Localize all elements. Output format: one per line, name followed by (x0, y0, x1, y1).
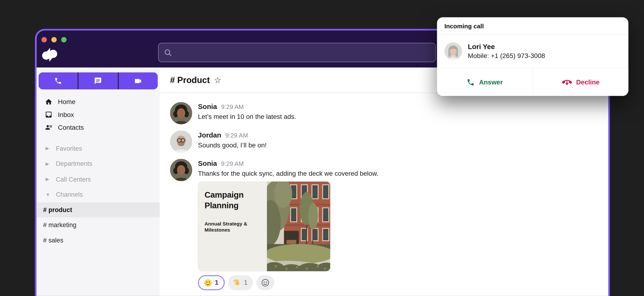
message-text: Let’s meet in 10 on the latest ads. (198, 113, 296, 120)
channel-label: # product (43, 206, 72, 213)
reaction-waving-hand[interactable]: 1 (228, 275, 253, 290)
deck-subtitle: Annual Strategy & Milestones (204, 221, 260, 233)
section-departments[interactable]: ▶ Departments (36, 156, 160, 172)
search-icon (164, 48, 172, 57)
section-favorites[interactable]: ▶ Favorites (36, 141, 160, 156)
chevron-right-icon: ▶ (46, 146, 50, 151)
chat-button[interactable] (78, 72, 118, 89)
message-timestamp: 9:29 AM (225, 132, 248, 139)
message-timestamp: 9:29 AM (221, 103, 244, 110)
section-label: Channels (56, 191, 82, 198)
phone-icon (54, 77, 62, 85)
section-label: Favorites (56, 145, 82, 152)
caller-number: Mobile: +1 (265) 973-3008 (468, 52, 545, 60)
window-controls (42, 37, 66, 43)
message-body: Sonia 9:29 AM Thanks for the quick sync,… (198, 159, 378, 290)
waving-hand-emoji (233, 279, 241, 286)
grinning-face-emoji (204, 279, 212, 286)
screenshot-root: Home Inbox Contacts ▶ Favorites (0, 0, 644, 296)
chevron-right-icon: ▶ (46, 161, 50, 167)
channel-label: # sales (43, 236, 63, 244)
sidebar-item-home[interactable]: Home (36, 95, 160, 108)
section-channels[interactable]: ▼ Channels (36, 187, 160, 202)
reaction-count: 1 (215, 279, 219, 286)
channel-view: # Product ☆ Sonia 9:29 AM (160, 67, 608, 296)
message-author: Sonia (198, 160, 217, 168)
quick-action-group (38, 72, 158, 89)
channel-list: # product # marketing # sales (36, 202, 160, 248)
message-text: Thanks for the quick sync, adding the de… (198, 170, 378, 177)
chevron-down-icon: ▼ (46, 192, 50, 197)
answer-button[interactable]: Answer (437, 68, 533, 96)
message-author: Sonia (198, 103, 217, 111)
video-camera-icon (134, 77, 142, 85)
global-search-input[interactable] (176, 48, 430, 57)
add-reaction-smiley-icon (261, 278, 269, 287)
message-row: Jordan 9:29 AM Sounds good, I’ll be on! (170, 130, 598, 153)
message-text: Sounds good, I’ll be on! (198, 141, 267, 149)
phone-button[interactable] (38, 72, 78, 89)
section-label: Departments (56, 160, 92, 168)
deck-title: Campaign Planning (204, 189, 260, 211)
section-label: Call Centers (56, 176, 91, 183)
message-author: Jordan (198, 131, 221, 140)
message-body: Sonia 9:29 AM Let’s meet in 10 on the la… (198, 102, 296, 124)
favorite-star-icon[interactable]: ☆ (214, 75, 221, 85)
close-window-button[interactable] (42, 37, 47, 43)
caller-details: Lori Yee Mobile: +1 (265) 973-3008 (468, 43, 545, 60)
channel-item-marketing[interactable]: # marketing (36, 217, 160, 233)
home-icon (45, 98, 52, 106)
sidebar: Home Inbox Contacts ▶ Favorites (36, 67, 160, 296)
dialpad-logo-icon (42, 47, 58, 63)
incoming-call-popup: Incoming call Lori Yee Mobile: +1 (265) … (437, 17, 628, 96)
avatar-sonia (170, 102, 192, 124)
inbox-icon (45, 111, 52, 118)
deck-cover-photo (267, 182, 330, 271)
sidebar-item-inbox[interactable]: Inbox (36, 108, 160, 121)
answer-label: Answer (479, 78, 503, 86)
reaction-bar: 1 1 (198, 275, 378, 290)
reaction-grinning-face[interactable]: 1 (198, 275, 224, 290)
add-reaction-button[interactable] (256, 275, 274, 290)
sidebar-item-label: Home (58, 98, 75, 105)
decline-button[interactable]: Decline (532, 68, 628, 96)
message-list: Sonia 9:29 AM Let’s meet in 10 on the la… (160, 93, 608, 296)
caller-name: Lori Yee (468, 43, 545, 51)
reaction-count: 1 (244, 279, 248, 286)
channel-title: # Product (170, 75, 210, 85)
chevron-right-icon: ▶ (46, 177, 50, 182)
deck-attachment-card[interactable]: Campaign Planning Annual Strategy & Mile… (198, 182, 330, 271)
sidebar-sections: ▶ Favorites ▶ Departments ▶ Call Centers… (36, 141, 160, 203)
caller-info: Lori Yee Mobile: +1 (265) 973-3008 (437, 35, 628, 68)
sidebar-item-contacts[interactable]: Contacts (36, 121, 160, 134)
decline-label: Decline (576, 78, 600, 86)
contacts-icon (45, 123, 52, 131)
avatar-sonia (170, 159, 192, 181)
chat-icon (94, 77, 102, 85)
global-search (158, 43, 436, 62)
window-body: Home Inbox Contacts ▶ Favorites (36, 67, 608, 296)
maximize-window-button[interactable] (61, 37, 66, 43)
sidebar-nav: Home Inbox Contacts (36, 95, 160, 134)
call-actions: Answer Decline (437, 68, 628, 96)
message-header: Sonia 9:29 AM (198, 160, 378, 168)
section-call-centers[interactable]: ▶ Call Centers (36, 172, 160, 187)
deck-cover-text: Campaign Planning Annual Strategy & Mile… (198, 182, 267, 271)
message-timestamp: 9:29 AM (221, 160, 244, 167)
channel-label: # marketing (43, 221, 76, 229)
sidebar-item-label: Inbox (58, 111, 74, 118)
message-row: Sonia 9:29 AM Let’s meet in 10 on the la… (170, 102, 598, 124)
channel-item-sales[interactable]: # sales (36, 233, 160, 248)
minimize-window-button[interactable] (51, 37, 57, 43)
answer-phone-icon (467, 78, 475, 86)
decline-phone-icon (562, 77, 572, 87)
message-body: Jordan 9:29 AM Sounds good, I’ll be on! (198, 130, 267, 153)
avatar-lori-yee (444, 43, 462, 60)
message-row: Sonia 9:29 AM Thanks for the quick sync,… (170, 159, 598, 290)
sidebar-item-label: Contacts (58, 124, 84, 131)
incoming-call-title: Incoming call (437, 17, 628, 35)
channel-item-product[interactable]: # product (36, 202, 160, 217)
avatar-jordan (170, 130, 192, 153)
message-header: Jordan 9:29 AM (198, 131, 267, 140)
video-button[interactable] (119, 72, 158, 89)
